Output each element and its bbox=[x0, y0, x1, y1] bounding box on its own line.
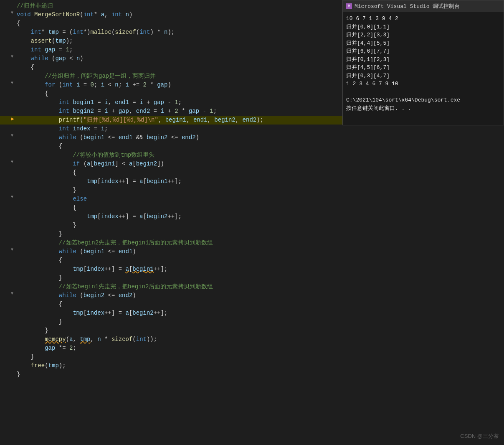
line-content: { bbox=[17, 142, 342, 151]
code-line: tmp[index++] = a[begin1++]; bbox=[0, 265, 342, 274]
code-line: } bbox=[0, 326, 342, 335]
line-content: } bbox=[17, 326, 342, 335]
code-line: { bbox=[0, 300, 342, 309]
line-gutter: ▼ bbox=[0, 247, 17, 252]
line-content: int* tmp = (int*)malloc(sizeof(int) * n)… bbox=[17, 28, 342, 37]
code-line: { bbox=[0, 19, 342, 28]
code-line: memcpy(a, tmp, n * sizeof(int)); bbox=[0, 335, 342, 344]
line-content: if (a[begin1] < a[begin2]) bbox=[17, 160, 342, 168]
code-line: //归并非递归 bbox=[0, 2, 342, 10]
code-line: //如若begin2先走完，把begin1后面的元素拷贝到新数组 bbox=[0, 239, 342, 247]
line-gutter: ▼ bbox=[0, 133, 17, 138]
line-gutter: ▼ bbox=[0, 160, 17, 164]
code-line: { bbox=[0, 89, 342, 98]
console-title: Microsoft Visual Studio 调试控制台 bbox=[355, 3, 460, 10]
line-content: //归并非递归 bbox=[17, 2, 342, 10]
code-editor: //归并非递归 ▼ void MergeSortNonR(int* a, int… bbox=[0, 0, 342, 445]
line-content: } bbox=[17, 221, 342, 230]
code-line: } bbox=[0, 353, 342, 361]
line-gutter: ▼ bbox=[0, 10, 17, 15]
line-content: //如若begin2先走完，把begin1后面的元素拷贝到新数组 bbox=[17, 239, 342, 247]
collapse-button[interactable]: ▼ bbox=[11, 10, 13, 15]
collapse-button[interactable]: ▼ bbox=[11, 291, 13, 296]
watermark-text: CSDN @三分茶 bbox=[460, 433, 499, 439]
code-line: } bbox=[0, 230, 342, 239]
line-content: void MergeSortNonR(int* a, int n) bbox=[17, 10, 342, 19]
code-line: tmp[index++] = a[begin2++]; bbox=[0, 309, 342, 318]
line-gutter: ▶ bbox=[0, 116, 17, 122]
code-line: gap *= 2; bbox=[0, 344, 342, 353]
console-text: 10 6 7 1 3 9 4 2 归并[0,0][1,1] 归并[2,2][3,… bbox=[346, 15, 460, 112]
code-line: { bbox=[0, 142, 342, 151]
line-content: int gap = 1; bbox=[17, 46, 342, 54]
collapse-button[interactable]: ▼ bbox=[11, 160, 13, 164]
line-content: while (begin1 <= end1) bbox=[17, 247, 342, 256]
code-line: //如若begin1先走完，把begin2后面的元素拷贝到新数组 bbox=[0, 282, 342, 291]
code-line: { bbox=[0, 203, 342, 212]
line-content: } bbox=[17, 370, 342, 379]
code-line: //将较小的值放到tmp数组里头 bbox=[0, 151, 342, 160]
code-line: ▼ if (a[begin1] < a[begin2]) bbox=[0, 160, 342, 168]
line-content: tmp[index++] = a[begin1++]; bbox=[17, 177, 342, 186]
code-line: int gap = 1; bbox=[0, 46, 342, 54]
collapse-button[interactable]: ▼ bbox=[11, 54, 13, 59]
code-line: ▼ while (begin2 <= end2) bbox=[0, 291, 342, 300]
collapse-button[interactable]: ▼ bbox=[11, 133, 13, 138]
line-content: int begin1 = i, end1 = i + gap - 1; bbox=[17, 98, 342, 107]
line-gutter: ▼ bbox=[0, 54, 17, 59]
code-area: //归并非递归 ▼ void MergeSortNonR(int* a, int… bbox=[0, 0, 342, 381]
line-content: memcpy(a, tmp, n * sizeof(int)); bbox=[17, 335, 342, 344]
line-content: while (gap < n) bbox=[17, 54, 342, 63]
line-content: } bbox=[17, 186, 342, 195]
code-line: int index = i; bbox=[0, 125, 342, 133]
code-line: ▼ void MergeSortNonR(int* a, int n) bbox=[0, 10, 342, 19]
code-line: { bbox=[0, 63, 342, 72]
line-content: } bbox=[17, 230, 342, 239]
code-line: ▼ for (int i = 0; i < n; i += 2 * gap) bbox=[0, 81, 342, 89]
code-line: } bbox=[0, 221, 342, 230]
line-content: tmp[index++] = a[begin2++]; bbox=[17, 309, 342, 318]
line-content: //如若begin1先走完，把begin2后面的元素拷贝到新数组 bbox=[17, 282, 342, 291]
line-content: { bbox=[17, 63, 342, 72]
code-line: int* tmp = (int*)malloc(sizeof(int) * n)… bbox=[0, 28, 342, 37]
code-line: ▼ while (begin1 <= end1) bbox=[0, 247, 342, 256]
line-content: printf("归并[%d,%d][%d,%d]\n", begin1, end… bbox=[17, 116, 342, 125]
line-content: else bbox=[17, 195, 342, 203]
code-line: int begin2 = i + gap, end2 = i + 2 * gap… bbox=[0, 107, 342, 116]
collapse-button[interactable]: ▼ bbox=[11, 195, 13, 199]
code-line: //分组归并，间距为gap是一组，两两归并 bbox=[0, 72, 342, 81]
code-line: ▼ while (begin1 <= end1 && begin2 <= end… bbox=[0, 133, 342, 142]
line-content: assert(tmp); bbox=[17, 37, 342, 46]
line-content: gap *= 2; bbox=[17, 344, 342, 353]
line-content: { bbox=[17, 203, 342, 212]
line-content: { bbox=[17, 89, 342, 98]
line-content: tmp[index++] = a[begin1++]; bbox=[17, 265, 342, 274]
code-line: } bbox=[0, 370, 342, 379]
line-content: tmp[index++] = a[begin2++]; bbox=[17, 212, 342, 221]
line-content: { bbox=[17, 168, 342, 177]
code-line: assert(tmp); bbox=[0, 37, 342, 46]
code-line-highlighted: ▶ printf("归并[%d,%d][%d,%d]\n", begin1, e… bbox=[0, 116, 342, 125]
collapse-button[interactable]: ▼ bbox=[11, 81, 13, 85]
line-content: while (begin1 <= end1 && begin2 <= end2) bbox=[17, 133, 342, 142]
code-line: ▼ else bbox=[0, 195, 342, 203]
line-content: int begin2 = i + gap, end2 = i + 2 * gap… bbox=[17, 107, 342, 116]
code-line: tmp[index++] = a[begin1++]; bbox=[0, 177, 342, 186]
line-content: { bbox=[17, 256, 342, 265]
line-content: { bbox=[17, 19, 342, 28]
code-line: } bbox=[0, 186, 342, 195]
code-line: tmp[index++] = a[begin2++]; bbox=[0, 212, 342, 221]
line-content: } bbox=[17, 274, 342, 282]
code-line: { bbox=[0, 256, 342, 265]
code-line: } bbox=[0, 274, 342, 282]
line-gutter: ▼ bbox=[0, 291, 17, 296]
collapse-button[interactable]: ▼ bbox=[11, 247, 13, 252]
vs-icon: M bbox=[346, 3, 352, 9]
line-content: while (begin2 <= end2) bbox=[17, 291, 342, 300]
line-content: { bbox=[17, 300, 342, 309]
console-output: 10 6 7 1 3 9 4 2 归并[0,0][1,1] 归并[2,2][3,… bbox=[343, 12, 504, 115]
code-line: free(tmp); bbox=[0, 361, 342, 370]
watermark: CSDN @三分茶 bbox=[460, 432, 499, 440]
code-line: { bbox=[0, 168, 342, 177]
code-line: ▼ while (gap < n) bbox=[0, 54, 342, 63]
